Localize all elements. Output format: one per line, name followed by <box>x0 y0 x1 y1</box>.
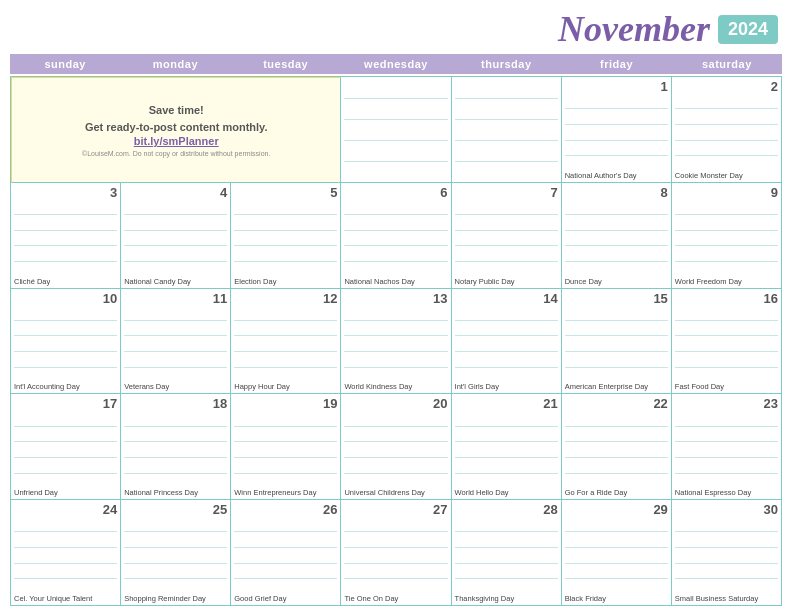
cell-line <box>675 457 778 458</box>
cell-line <box>14 578 117 579</box>
cell-number: 14 <box>455 291 558 307</box>
cell-line <box>234 245 337 246</box>
promo-cell: Save time!Get ready-to-post content mont… <box>11 77 341 183</box>
cell-event: Unfriend Day <box>14 486 117 497</box>
cell-number: 26 <box>234 502 337 518</box>
cell-line <box>234 367 337 368</box>
cell-event: Go For a Ride Day <box>565 486 668 497</box>
cell-event: Cel. Your Unique Talent <box>14 592 117 603</box>
calendar-cell-9: 9World Freedom Day <box>672 183 782 289</box>
cell-line <box>344 578 447 579</box>
calendar-cell-4: 4National Candy Day <box>121 183 231 289</box>
cell-number: 15 <box>565 291 668 307</box>
calendar-cell-22: 22Go For a Ride Day <box>562 394 672 500</box>
calendar-wrapper: November 2024 sundaymondaytuesdaywednesd… <box>0 0 792 612</box>
cell-event: Black Friday <box>565 592 668 603</box>
calendar-header: November 2024 <box>10 8 782 50</box>
cell-number: 19 <box>234 396 337 412</box>
cell-event: World Kindness Day <box>344 380 447 391</box>
month-title: November <box>558 8 710 50</box>
cell-lines <box>565 307 668 380</box>
cell-number: 8 <box>565 185 668 201</box>
cell-line <box>14 320 117 321</box>
cell-line <box>565 245 668 246</box>
calendar-cell-14: 14Int'l Girls Day <box>452 289 562 395</box>
cell-line <box>234 578 337 579</box>
calendar-cell-13: 13World Kindness Day <box>341 289 451 395</box>
cell-lines <box>234 413 337 486</box>
cell-line <box>124 457 227 458</box>
cell-line <box>675 108 778 109</box>
calendar-grid: Save time!Get ready-to-post content mont… <box>10 76 782 606</box>
cell-line <box>234 351 337 352</box>
cell-line <box>565 457 668 458</box>
calendar-cell-29: 29Black Friday <box>562 500 672 606</box>
cell-line <box>565 547 668 548</box>
cell-line <box>675 473 778 474</box>
calendar-cell-11: 11Veterans Day <box>121 289 231 395</box>
cell-line <box>565 214 668 215</box>
cell-event: National Espresso Day <box>675 486 778 497</box>
cell-line <box>565 531 668 532</box>
cell-line <box>455 320 558 321</box>
cell-lines <box>344 307 447 380</box>
calendar-cell-5: 5Election Day <box>231 183 341 289</box>
cell-line <box>455 140 558 141</box>
cell-lines <box>14 307 117 380</box>
calendar-cell-6: 6National Nachos Day <box>341 183 451 289</box>
cell-line <box>124 261 227 262</box>
cell-line <box>344 531 447 532</box>
cell-line <box>234 426 337 427</box>
cell-line <box>344 119 447 120</box>
cell-event: Tie One On Day <box>344 592 447 603</box>
calendar-cell-1: 1National Author's Day <box>562 77 672 183</box>
cell-line <box>234 230 337 231</box>
cell-event: Shopping Reminder Day <box>124 592 227 603</box>
cell-lines <box>565 519 668 592</box>
cell-line <box>344 230 447 231</box>
cell-lines <box>14 413 117 486</box>
cell-line <box>14 351 117 352</box>
cell-line <box>344 261 447 262</box>
calendar-cell-24: 24Cel. Your Unique Talent <box>11 500 121 606</box>
promo-link[interactable]: bit.ly/smPlanner <box>134 135 219 147</box>
cell-line <box>455 578 558 579</box>
cell-line <box>344 473 447 474</box>
cell-lines <box>565 413 668 486</box>
cell-line <box>14 230 117 231</box>
cell-number: 28 <box>455 502 558 518</box>
cell-lines <box>675 96 778 169</box>
cell-line <box>124 547 227 548</box>
cell-line <box>124 531 227 532</box>
cell-number: 30 <box>675 502 778 518</box>
cell-event: Int'l Accounting Day <box>14 380 117 391</box>
cell-line <box>675 261 778 262</box>
cell-lines <box>455 519 558 592</box>
cell-line <box>455 547 558 548</box>
cell-line <box>344 457 447 458</box>
cell-line <box>455 531 558 532</box>
cell-line <box>455 261 558 262</box>
cell-line <box>14 547 117 548</box>
calendar-cell-30: 30Small Business Saturday <box>672 500 782 606</box>
cell-line <box>14 441 117 442</box>
cell-line <box>455 441 558 442</box>
cell-event: Cliché Day <box>14 275 117 286</box>
cell-event: National Nachos Day <box>344 275 447 286</box>
calendar-cell-18: 18National Princess Day <box>121 394 231 500</box>
cell-number: 13 <box>344 291 447 307</box>
cell-number: 18 <box>124 396 227 412</box>
cell-line <box>565 140 668 141</box>
cell-line <box>124 367 227 368</box>
cell-line <box>14 457 117 458</box>
cell-line <box>565 563 668 564</box>
cell-lines <box>344 80 447 180</box>
cell-lines <box>344 413 447 486</box>
cell-line <box>455 426 558 427</box>
cell-line <box>675 214 778 215</box>
cell-line <box>565 351 668 352</box>
cell-number: 23 <box>675 396 778 412</box>
cell-lines <box>124 413 227 486</box>
cell-event: Good Grief Day <box>234 592 337 603</box>
day-header-thursday: thursday <box>451 54 561 74</box>
